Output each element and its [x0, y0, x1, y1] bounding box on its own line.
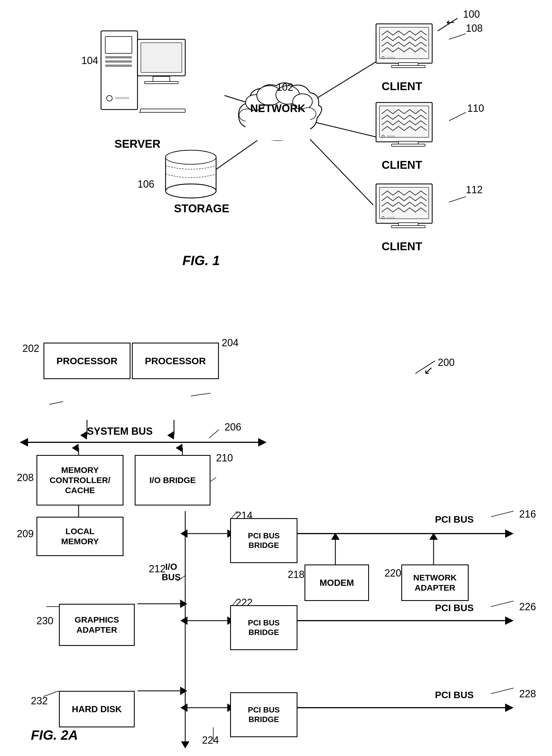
ref-222: 222: [236, 597, 253, 609]
svg-rect-40: [379, 27, 429, 59]
arrow-200: ↙: [424, 364, 433, 376]
svg-marker-81: [180, 617, 187, 625]
ref-200: 200: [438, 357, 455, 368]
svg-rect-46: [379, 106, 429, 137]
ref-228: 228: [519, 688, 536, 700]
svg-rect-15: [105, 65, 132, 67]
graphics-adapter-box: GRAPHICS ADAPTER: [59, 604, 135, 646]
ref-209: 209: [17, 528, 34, 540]
fig1-svg: [0, 0, 552, 309]
ref-210: 210: [216, 452, 233, 464]
local-memory-box: LOCAL MEMORY: [36, 517, 124, 556]
client3-icon: [373, 183, 443, 239]
ref-214: 214: [236, 510, 253, 522]
svg-line-98: [191, 393, 211, 396]
pci-bus3-label: PCI BUS: [435, 689, 474, 700]
ref-230: 230: [36, 615, 53, 627]
svg-point-43: [382, 57, 384, 59]
ref-104: 104: [82, 55, 98, 67]
storage-label: STORAGE: [174, 202, 229, 215]
ref-108: 108: [466, 22, 483, 34]
svg-line-10: [449, 197, 466, 202]
svg-line-109: [491, 601, 514, 607]
modem-box: MODEM: [304, 564, 369, 601]
svg-marker-87: [180, 704, 187, 712]
svg-marker-74: [505, 529, 514, 538]
svg-line-99: [209, 430, 219, 438]
ref-102: 102: [276, 82, 293, 93]
ref-232: 232: [31, 695, 48, 707]
memory-controller-box: MEMORY CONTROLLER/ CACHE: [36, 455, 124, 506]
ref-110: 110: [467, 103, 484, 114]
svg-point-16: [107, 96, 112, 101]
ref-224: 224: [202, 734, 219, 746]
svg-rect-48: [392, 144, 425, 146]
svg-rect-13: [105, 56, 132, 59]
network-label: NETWORK: [247, 103, 309, 115]
svg-rect-14: [105, 61, 132, 63]
ref-216: 216: [519, 508, 536, 520]
svg-rect-56: [387, 217, 395, 218]
pci-bus-bridge2-box: PCI BUS BRIDGE: [230, 605, 297, 650]
svg-rect-21: [145, 82, 178, 84]
io-bridge-box: I/O BRIDGE: [135, 455, 211, 506]
svg-point-38: [166, 150, 216, 164]
server-icon: [98, 28, 188, 135]
hard-disk-box: HARD DISK: [59, 691, 135, 727]
network-adapter-box: NETWORK ADAPTER: [401, 564, 469, 601]
svg-point-55: [382, 217, 384, 219]
svg-rect-19: [141, 43, 182, 73]
processor1-box: PROCESSOR: [43, 343, 131, 379]
client1-label: CLIENT: [382, 80, 422, 93]
svg-rect-12: [105, 36, 132, 53]
svg-line-97: [49, 402, 63, 404]
storage-icon: [163, 149, 219, 199]
processor2-box: PROCESSOR: [132, 343, 219, 379]
fig1-caption: FIG. 1: [182, 253, 220, 268]
svg-line-8: [449, 34, 466, 39]
client1-icon: [373, 22, 443, 79]
ref-220: 220: [385, 567, 401, 579]
ref-202: 202: [22, 343, 39, 354]
pci-bus2-label: PCI BUS: [435, 603, 474, 613]
svg-marker-62: [258, 438, 267, 446]
ref-112: 112: [466, 184, 483, 196]
svg-point-49: [382, 135, 384, 137]
pci-bus-bridge3-box: PCI BUS BRIDGE: [230, 692, 297, 737]
client2-label: CLIENT: [382, 159, 422, 171]
svg-line-105: [491, 511, 514, 517]
svg-line-9: [449, 112, 466, 121]
ref-212: 212: [149, 563, 166, 575]
ref-226: 226: [519, 601, 536, 613]
svg-marker-61: [20, 438, 28, 446]
ref-206: 206: [225, 421, 241, 433]
svg-point-37: [166, 184, 216, 198]
svg-marker-68: [181, 741, 189, 748]
fig2a-caption: FIG. 2A: [31, 727, 78, 743]
svg-marker-90: [505, 704, 514, 712]
pci-bus-bridge1-box: PCI BUS BRIDGE: [230, 518, 297, 563]
ref-100: 100: [463, 8, 480, 20]
arrow-100: ↗: [443, 16, 458, 30]
diagram-container: 100 ↗ SERVER 104: [0, 0, 552, 756]
svg-line-111: [491, 688, 514, 694]
svg-rect-52: [379, 187, 429, 219]
svg-rect-17: [115, 97, 129, 99]
svg-marker-71: [180, 529, 187, 538]
svg-rect-22: [140, 109, 185, 112]
pci-bus1-label: PCI BUS: [435, 514, 474, 525]
client2-icon: [373, 101, 443, 157]
svg-marker-94: [180, 687, 187, 695]
svg-rect-42: [392, 66, 425, 68]
svg-rect-50: [387, 135, 395, 137]
system-bus-label: SYSTEM BUS: [87, 425, 153, 437]
svg-marker-84: [505, 617, 514, 625]
svg-rect-54: [392, 225, 425, 228]
server-label: SERVER: [98, 138, 177, 150]
ref-208: 208: [17, 472, 34, 483]
svg-rect-44: [387, 57, 395, 59]
ref-106: 106: [138, 178, 154, 190]
svg-marker-92: [180, 600, 187, 608]
ref-204: 204: [222, 337, 239, 349]
ref-218: 218: [288, 569, 304, 580]
